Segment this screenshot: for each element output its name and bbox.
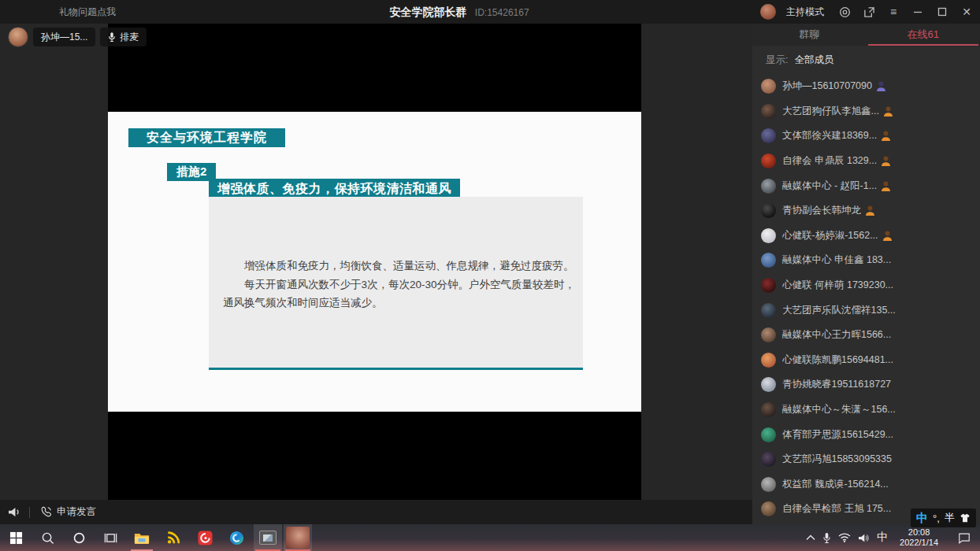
tray-ime-indicator[interactable]: 中 bbox=[877, 531, 888, 545]
member-avatar bbox=[761, 353, 776, 368]
cortana-button[interactable] bbox=[63, 524, 95, 551]
member-row[interactable]: 心健联-杨婷淑-1562... bbox=[752, 224, 980, 249]
member-row[interactable]: 文艺部冯旭15853095335 bbox=[752, 447, 980, 472]
tray-volume-icon[interactable] bbox=[858, 533, 870, 543]
tray-wifi-icon[interactable] bbox=[838, 533, 851, 542]
host-avatar[interactable] bbox=[760, 4, 776, 20]
tab-group-chat[interactable]: 群聊 bbox=[752, 24, 867, 46]
edge-icon bbox=[229, 531, 244, 545]
member-row[interactable]: 大艺团狗仔队李旭鑫... bbox=[752, 99, 980, 124]
filter-value-dropdown[interactable]: 全部成员 bbox=[794, 54, 833, 67]
member-name: 权益部 魏成谟-156214... bbox=[782, 478, 889, 491]
member-avatar bbox=[761, 179, 776, 194]
minimize-icon[interactable] bbox=[911, 5, 925, 19]
queue-mic-button[interactable]: 排麦 bbox=[100, 28, 147, 46]
request-speak-label: 申请发言 bbox=[57, 505, 96, 519]
member-name: 文艺部冯旭15853095335 bbox=[782, 453, 892, 466]
stage-bottom-bar: 申请发言 bbox=[0, 500, 752, 524]
member-avatar bbox=[761, 327, 776, 342]
window-titlebar: 礼物问题点我 安全学院部长群 ID:15426167 主持模式 ≡ ✕ bbox=[0, 0, 980, 24]
member-name: 心健联 何梓萌 1739230... bbox=[782, 279, 893, 292]
member-row[interactable]: 融媒体中心～朱潇～156... bbox=[752, 398, 980, 423]
member-name: 青协姚晓睿19511618727 bbox=[782, 378, 891, 391]
slide-line-2: 每天开窗通风次数不少于3次，每次20-30分钟。户外空气质量较差时， bbox=[223, 276, 579, 294]
member-row[interactable]: 融媒体中心王力晖1566... bbox=[752, 323, 980, 348]
member-name: 融媒体中心王力晖1566... bbox=[782, 328, 891, 342]
action-center-icon[interactable] bbox=[958, 532, 971, 544]
member-row[interactable]: 权益部 魏成谟-156214... bbox=[752, 472, 980, 497]
member-role-person-icon bbox=[882, 230, 893, 242]
slide-college-title: 安全与环境工程学院 bbox=[128, 128, 285, 147]
task-view-icon bbox=[104, 531, 117, 545]
member-name: 心健联-杨婷淑-1562... bbox=[782, 229, 878, 242]
live-app-tile[interactable] bbox=[284, 524, 312, 551]
host-mode-label[interactable]: 主持模式 bbox=[786, 6, 824, 19]
tray-microphone-icon[interactable] bbox=[822, 532, 831, 544]
member-avatar bbox=[761, 303, 776, 318]
screenshare-app-tile[interactable] bbox=[254, 524, 282, 551]
member-avatar bbox=[761, 104, 776, 119]
edge-browser-button[interactable] bbox=[221, 524, 252, 551]
presenter-name-chip: 孙坤—15... bbox=[33, 28, 95, 46]
request-speak-button[interactable]: 申请发言 bbox=[39, 505, 96, 519]
tray-date: 2022/1/14 bbox=[900, 538, 938, 548]
member-row[interactable]: 青协副会长韩坤龙 bbox=[752, 198, 980, 224]
group-title-wrap: 安全学院部长群 ID:15426167 bbox=[389, 0, 529, 24]
ime-punctuation-toggle[interactable]: °, bbox=[933, 512, 940, 524]
ime-halfwidth-toggle[interactable]: 半 bbox=[945, 511, 955, 525]
member-avatar bbox=[761, 452, 776, 467]
live-app-thumbnail bbox=[286, 527, 310, 549]
windows-taskbar: 中 20:08 2022/1/14 bbox=[0, 524, 980, 551]
member-name: 融媒体中心 申佳鑫 183... bbox=[782, 253, 891, 267]
member-row[interactable]: 心健联陈凯鹏15694481... bbox=[752, 348, 980, 373]
maximize-icon[interactable] bbox=[935, 5, 949, 19]
member-row[interactable]: 融媒体中心 申佳鑫 183... bbox=[752, 248, 980, 273]
member-row[interactable]: 文体部徐兴建18369... bbox=[752, 124, 980, 149]
member-row[interactable]: 心健联 何梓萌 1739230... bbox=[752, 273, 980, 298]
member-avatar bbox=[761, 79, 776, 94]
menu-icon[interactable]: ≡ bbox=[886, 5, 900, 19]
close-icon[interactable]: ✕ bbox=[960, 5, 974, 19]
member-row[interactable]: 自律会 申鼎辰 1329... bbox=[752, 149, 980, 174]
record-icon[interactable] bbox=[837, 5, 852, 19]
panel-tabs: 群聊 在线61 bbox=[752, 24, 980, 46]
gift-question-link[interactable]: 礼物问题点我 bbox=[59, 0, 116, 24]
tab-online-members[interactable]: 在线61 bbox=[867, 24, 980, 46]
member-row[interactable]: 体育部尹思源15615429... bbox=[752, 422, 980, 447]
file-explorer-button[interactable] bbox=[126, 524, 158, 551]
member-role-person-icon bbox=[865, 205, 875, 216]
start-button[interactable] bbox=[0, 524, 32, 551]
member-role-person-icon bbox=[881, 180, 891, 192]
ime-skin-icon[interactable] bbox=[960, 513, 971, 523]
member-row[interactable]: 大艺团声乐队沈儒祥135... bbox=[752, 298, 980, 323]
slide-paragraph: 增强体质和免疫力，均衡饮食、适量运动、作息规律，避免过度疲劳。 每天开窗通风次数… bbox=[223, 257, 579, 312]
popout-icon[interactable] bbox=[862, 5, 876, 19]
speaker-icon[interactable] bbox=[8, 506, 21, 518]
presenter-avatar bbox=[8, 27, 28, 47]
member-name: 自律会 申鼎辰 1329... bbox=[782, 154, 877, 168]
tray-chevron-up-icon[interactable] bbox=[806, 534, 815, 541]
member-name: 孙坤—15610707090 bbox=[782, 80, 872, 93]
member-name: 体育部尹思源15615429... bbox=[782, 428, 893, 442]
member-filter-row: 显示: 全部成员 bbox=[752, 46, 980, 74]
tray-clock[interactable]: 20:08 2022/1/14 bbox=[900, 527, 938, 548]
ime-lang-toggle[interactable]: 中 bbox=[916, 511, 928, 526]
netease-music-button[interactable] bbox=[189, 524, 221, 551]
taskbar-search-button[interactable] bbox=[32, 524, 63, 551]
member-avatar bbox=[761, 128, 776, 143]
raise-hand-phone-icon bbox=[39, 506, 52, 518]
filter-label: 显示: bbox=[766, 54, 788, 67]
member-row[interactable]: 孙坤—15610707090 bbox=[752, 74, 980, 99]
member-row[interactable]: 青协姚晓睿19511618727 bbox=[752, 372, 980, 398]
app-window: 礼物问题点我 安全学院部长群 ID:15426167 主持模式 ≡ ✕ bbox=[0, 0, 980, 551]
search-icon bbox=[41, 531, 54, 545]
member-name: 大艺团声乐队沈儒祥135... bbox=[782, 304, 896, 317]
rss-icon bbox=[166, 531, 181, 545]
member-name: 融媒体中心 - 赵阳-1... bbox=[782, 179, 877, 193]
member-row[interactable]: 融媒体中心 - 赵阳-1... bbox=[752, 173, 980, 198]
task-view-button[interactable] bbox=[95, 524, 126, 551]
member-avatar bbox=[761, 427, 776, 442]
member-avatar bbox=[761, 203, 776, 218]
rss-app-button[interactable] bbox=[158, 524, 189, 551]
screenshare-window-icon bbox=[259, 531, 277, 545]
